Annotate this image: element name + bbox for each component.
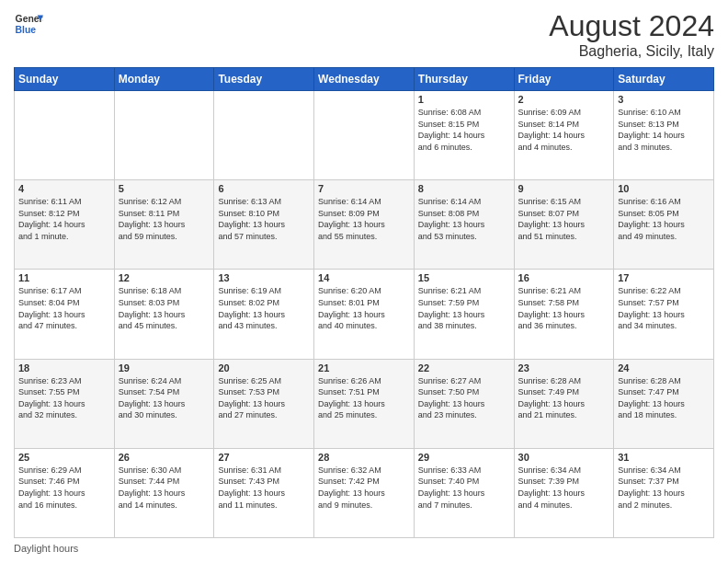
day-number: 30 xyxy=(518,452,610,463)
day-number: 16 xyxy=(518,272,610,283)
calendar-day-header: Saturday xyxy=(614,68,714,91)
day-number: 8 xyxy=(418,183,510,194)
day-info: Sunrise: 6:31 AM Sunset: 7:43 PM Dayligh… xyxy=(218,465,310,511)
calendar-cell: 23Sunrise: 6:28 AM Sunset: 7:49 PM Dayli… xyxy=(514,359,614,448)
calendar-cell: 21Sunrise: 6:26 AM Sunset: 7:51 PM Dayli… xyxy=(314,359,415,448)
calendar-cell: 26Sunrise: 6:30 AM Sunset: 7:44 PM Dayli… xyxy=(114,448,214,537)
day-info: Sunrise: 6:29 AM Sunset: 7:46 PM Dayligh… xyxy=(18,465,110,511)
calendar-cell: 1Sunrise: 6:08 AM Sunset: 8:15 PM Daylig… xyxy=(414,91,514,180)
page-subtitle: Bagheria, Sicily, Italy xyxy=(549,43,714,60)
day-info: Sunrise: 6:12 AM Sunset: 8:11 PM Dayligh… xyxy=(119,196,210,242)
calendar-day-header: Friday xyxy=(514,68,614,91)
day-number: 19 xyxy=(119,362,210,373)
day-info: Sunrise: 6:10 AM Sunset: 8:13 PM Dayligh… xyxy=(618,107,710,153)
day-number: 20 xyxy=(218,362,310,373)
day-info: Sunrise: 6:34 AM Sunset: 7:37 PM Dayligh… xyxy=(618,465,710,511)
calendar-cell: 18Sunrise: 6:23 AM Sunset: 7:55 PM Dayli… xyxy=(15,359,115,448)
calendar-cell: 15Sunrise: 6:21 AM Sunset: 7:59 PM Dayli… xyxy=(414,270,514,359)
day-number: 28 xyxy=(318,452,410,463)
day-number: 31 xyxy=(618,452,710,463)
day-number: 2 xyxy=(518,94,610,105)
day-number: 3 xyxy=(618,94,710,105)
header: General Blue August 2024 Bagheria, Sicil… xyxy=(14,9,714,60)
calendar-cell: 6Sunrise: 6:13 AM Sunset: 8:10 PM Daylig… xyxy=(214,180,314,270)
day-info: Sunrise: 6:27 AM Sunset: 7:50 PM Dayligh… xyxy=(418,375,510,421)
calendar-cell: 22Sunrise: 6:27 AM Sunset: 7:50 PM Dayli… xyxy=(414,359,514,448)
day-number: 24 xyxy=(618,362,710,373)
day-number: 23 xyxy=(518,362,610,373)
day-number: 7 xyxy=(318,183,410,194)
calendar-cell: 9Sunrise: 6:15 AM Sunset: 8:07 PM Daylig… xyxy=(514,180,614,270)
title-block: August 2024 Bagheria, Sicily, Italy xyxy=(549,9,714,60)
calendar-cell: 16Sunrise: 6:21 AM Sunset: 7:58 PM Dayli… xyxy=(514,270,614,359)
day-info: Sunrise: 6:32 AM Sunset: 7:42 PM Dayligh… xyxy=(318,465,410,511)
day-info: Sunrise: 6:33 AM Sunset: 7:40 PM Dayligh… xyxy=(418,465,510,511)
calendar-cell: 7Sunrise: 6:14 AM Sunset: 8:09 PM Daylig… xyxy=(314,180,415,270)
calendar-cell xyxy=(314,91,415,180)
calendar-cell: 4Sunrise: 6:11 AM Sunset: 8:12 PM Daylig… xyxy=(15,180,115,270)
day-number: 25 xyxy=(18,452,110,463)
calendar-day-header: Sunday xyxy=(15,68,115,91)
day-number: 29 xyxy=(418,452,510,463)
calendar-week-row: 11Sunrise: 6:17 AM Sunset: 8:04 PM Dayli… xyxy=(15,270,714,359)
day-info: Sunrise: 6:19 AM Sunset: 8:02 PM Dayligh… xyxy=(218,285,310,331)
calendar-day-header: Wednesday xyxy=(314,68,415,91)
calendar-week-row: 25Sunrise: 6:29 AM Sunset: 7:46 PM Dayli… xyxy=(15,448,714,537)
day-number: 6 xyxy=(218,183,310,194)
calendar-cell: 29Sunrise: 6:33 AM Sunset: 7:40 PM Dayli… xyxy=(414,448,514,537)
calendar-cell xyxy=(114,91,214,180)
calendar-cell: 20Sunrise: 6:25 AM Sunset: 7:53 PM Dayli… xyxy=(214,359,314,448)
calendar-day-header: Tuesday xyxy=(214,68,314,91)
calendar-cell: 14Sunrise: 6:20 AM Sunset: 8:01 PM Dayli… xyxy=(314,270,415,359)
day-number: 1 xyxy=(418,94,510,105)
day-info: Sunrise: 6:23 AM Sunset: 7:55 PM Dayligh… xyxy=(18,375,110,421)
calendar-table: SundayMondayTuesdayWednesdayThursdayFrid… xyxy=(14,67,714,538)
day-info: Sunrise: 6:15 AM Sunset: 8:07 PM Dayligh… xyxy=(518,196,610,242)
page: General Blue August 2024 Bagheria, Sicil… xyxy=(0,0,728,563)
day-info: Sunrise: 6:34 AM Sunset: 7:39 PM Dayligh… xyxy=(518,465,610,511)
calendar-cell: 12Sunrise: 6:18 AM Sunset: 8:03 PM Dayli… xyxy=(114,270,214,359)
calendar-cell: 11Sunrise: 6:17 AM Sunset: 8:04 PM Dayli… xyxy=(15,270,115,359)
day-info: Sunrise: 6:09 AM Sunset: 8:14 PM Dayligh… xyxy=(518,107,610,153)
calendar-day-header: Monday xyxy=(114,68,214,91)
calendar-cell: 13Sunrise: 6:19 AM Sunset: 8:02 PM Dayli… xyxy=(214,270,314,359)
calendar-week-row: 18Sunrise: 6:23 AM Sunset: 7:55 PM Dayli… xyxy=(15,359,714,448)
day-number: 13 xyxy=(218,272,310,283)
day-info: Sunrise: 6:28 AM Sunset: 7:47 PM Dayligh… xyxy=(618,375,710,421)
day-info: Sunrise: 6:17 AM Sunset: 8:04 PM Dayligh… xyxy=(18,285,110,331)
calendar-cell: 25Sunrise: 6:29 AM Sunset: 7:46 PM Dayli… xyxy=(15,448,115,537)
calendar-cell: 3Sunrise: 6:10 AM Sunset: 8:13 PM Daylig… xyxy=(614,91,714,180)
calendar-cell: 2Sunrise: 6:09 AM Sunset: 8:14 PM Daylig… xyxy=(514,91,614,180)
footer-note: Daylight hours xyxy=(14,543,714,554)
day-info: Sunrise: 6:13 AM Sunset: 8:10 PM Dayligh… xyxy=(218,196,310,242)
day-number: 9 xyxy=(518,183,610,194)
day-info: Sunrise: 6:26 AM Sunset: 7:51 PM Dayligh… xyxy=(318,375,410,421)
svg-text:Blue: Blue xyxy=(16,25,37,35)
day-number: 10 xyxy=(618,183,710,194)
day-info: Sunrise: 6:14 AM Sunset: 8:08 PM Dayligh… xyxy=(418,196,510,242)
calendar-cell: 8Sunrise: 6:14 AM Sunset: 8:08 PM Daylig… xyxy=(414,180,514,270)
day-info: Sunrise: 6:18 AM Sunset: 8:03 PM Dayligh… xyxy=(119,285,210,331)
day-number: 5 xyxy=(119,183,210,194)
day-number: 14 xyxy=(318,272,410,283)
day-info: Sunrise: 6:08 AM Sunset: 8:15 PM Dayligh… xyxy=(418,107,510,153)
calendar-cell: 28Sunrise: 6:32 AM Sunset: 7:42 PM Dayli… xyxy=(314,448,415,537)
day-number: 11 xyxy=(18,272,110,283)
logo-icon: General Blue xyxy=(14,9,43,39)
day-number: 26 xyxy=(119,452,210,463)
day-info: Sunrise: 6:16 AM Sunset: 8:05 PM Dayligh… xyxy=(618,196,710,242)
calendar-cell: 19Sunrise: 6:24 AM Sunset: 7:54 PM Dayli… xyxy=(114,359,214,448)
day-number: 18 xyxy=(18,362,110,373)
day-info: Sunrise: 6:21 AM Sunset: 7:58 PM Dayligh… xyxy=(518,285,610,331)
calendar-cell: 27Sunrise: 6:31 AM Sunset: 7:43 PM Dayli… xyxy=(214,448,314,537)
calendar-cell: 24Sunrise: 6:28 AM Sunset: 7:47 PM Dayli… xyxy=(614,359,714,448)
day-number: 27 xyxy=(218,452,310,463)
calendar-cell: 17Sunrise: 6:22 AM Sunset: 7:57 PM Dayli… xyxy=(614,270,714,359)
day-info: Sunrise: 6:22 AM Sunset: 7:57 PM Dayligh… xyxy=(618,285,710,331)
calendar-day-header: Thursday xyxy=(414,68,514,91)
calendar-cell xyxy=(15,91,115,180)
day-info: Sunrise: 6:14 AM Sunset: 8:09 PM Dayligh… xyxy=(318,196,410,242)
day-number: 17 xyxy=(618,272,710,283)
day-number: 12 xyxy=(119,272,210,283)
calendar-cell: 31Sunrise: 6:34 AM Sunset: 7:37 PM Dayli… xyxy=(614,448,714,537)
